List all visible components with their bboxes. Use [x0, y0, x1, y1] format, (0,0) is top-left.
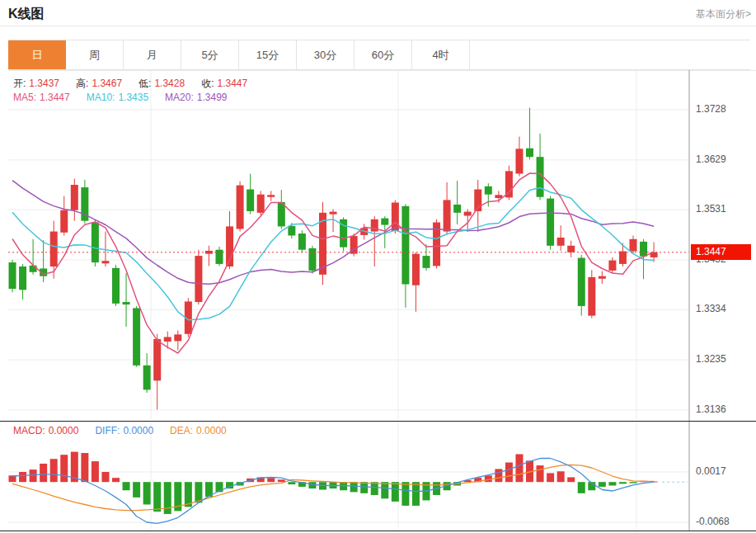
candle	[174, 330, 181, 350]
candle-body	[112, 268, 120, 304]
macd-hist-bar	[112, 478, 120, 482]
candle	[423, 244, 430, 271]
candle-body	[547, 199, 554, 246]
tab-60分[interactable]: 60分	[355, 40, 412, 69]
candle	[60, 196, 68, 236]
legend-item: MA5:1.3447	[13, 92, 73, 103]
candle-body	[505, 171, 513, 197]
macd-hist-bar	[92, 461, 99, 482]
price-axis-label: 1.3136	[696, 403, 726, 415]
legend-label: DEA:	[170, 425, 193, 436]
candle	[81, 180, 88, 224]
legend-label: DIFF:	[95, 425, 120, 436]
tab-周[interactable]: 周	[66, 40, 124, 69]
candle-body	[619, 252, 627, 264]
candle	[588, 270, 595, 318]
candle	[71, 179, 78, 221]
candle	[526, 108, 533, 160]
candle	[515, 137, 523, 177]
candle	[195, 250, 202, 304]
candle	[567, 241, 575, 257]
candle	[298, 230, 306, 252]
candle	[92, 219, 99, 266]
kline-chart-canvas[interactable]	[0, 70, 756, 533]
macd-hist-bar	[381, 482, 388, 498]
legend-label: 收:	[201, 78, 214, 89]
tab-月[interactable]: 月	[124, 40, 181, 69]
macd-hist-bar	[412, 482, 420, 506]
macd-hist-bar	[164, 482, 171, 514]
diff-line	[12, 459, 654, 524]
macd-hist-bar	[133, 482, 140, 498]
fundamental-analysis-link[interactable]: 基本面分析>	[696, 7, 751, 21]
candle-body	[557, 238, 565, 246]
candle-body	[464, 212, 472, 216]
legend-item: MA20:1.3499	[165, 92, 230, 103]
candle-body	[237, 186, 244, 229]
macd-hist-bar	[371, 482, 378, 495]
candle-body	[444, 200, 451, 231]
macd-hist-bar	[557, 471, 565, 482]
candle	[30, 239, 37, 275]
legend-item: 收:1.3447	[201, 78, 251, 89]
candle-body	[567, 246, 575, 252]
macd-axis-label: -0.0068	[696, 516, 730, 527]
legend-label: MACD:	[13, 425, 45, 436]
macd-hist-bar	[495, 469, 502, 482]
candle	[371, 216, 378, 266]
legend-label: 开:	[13, 78, 26, 89]
macd-axis-label: 0.0017	[696, 465, 726, 477]
candle-body	[9, 262, 16, 289]
candle	[537, 134, 544, 200]
legend-label: 高:	[76, 78, 88, 89]
tab-15分[interactable]: 15分	[239, 40, 297, 69]
legend-item: MACD:0.0000	[13, 425, 82, 436]
macd-hist-bar	[547, 473, 554, 482]
legend-value: 0.0000	[196, 425, 227, 436]
macd-hist-bar	[505, 463, 513, 483]
candle-body	[608, 261, 616, 271]
legend-value: 1.3447	[40, 92, 70, 103]
candle-body	[50, 232, 58, 266]
candle-body	[453, 205, 461, 213]
candle	[216, 247, 223, 266]
candle-body	[423, 256, 430, 268]
tab-4时[interactable]: 4时	[412, 40, 470, 69]
price-axis-label: 1.3531	[696, 203, 726, 215]
candle	[578, 255, 585, 316]
candle-body	[143, 366, 151, 390]
candle-body	[19, 266, 26, 290]
legend-label: MA10:	[87, 92, 115, 103]
candle-body	[485, 186, 492, 195]
candle	[444, 182, 451, 234]
macd-hist-bar	[567, 477, 575, 482]
tabbar-filler	[470, 40, 750, 69]
candle	[401, 204, 409, 307]
macd-hist-bar	[630, 482, 637, 483]
legend-item: 开:1.3437	[13, 78, 63, 89]
legend-value: 1.3435	[118, 92, 148, 103]
macd-hist-bar	[350, 482, 358, 492]
candle-body	[515, 149, 523, 173]
tab-5分[interactable]: 5分	[181, 40, 239, 69]
legend-value: 0.0000	[123, 425, 153, 436]
macd-hist-bar	[608, 482, 616, 485]
legend-value: 1.3437	[29, 78, 59, 89]
tab-日[interactable]: 日	[8, 40, 66, 69]
legend-value: 0.0000	[49, 425, 79, 436]
candle-body	[153, 339, 161, 380]
candle	[340, 217, 347, 251]
candle-body	[267, 195, 275, 196]
candle-body	[288, 226, 295, 236]
candle	[433, 219, 440, 269]
candle	[19, 264, 26, 300]
candle	[599, 271, 606, 284]
candle	[205, 246, 213, 266]
candle-body	[30, 266, 37, 272]
candle-body	[298, 233, 306, 250]
candle-body	[640, 242, 647, 257]
macd-hist-bar	[143, 482, 151, 504]
legend-item: 高:1.3467	[76, 78, 125, 89]
candle	[278, 190, 285, 229]
tab-30分[interactable]: 30分	[297, 40, 355, 69]
